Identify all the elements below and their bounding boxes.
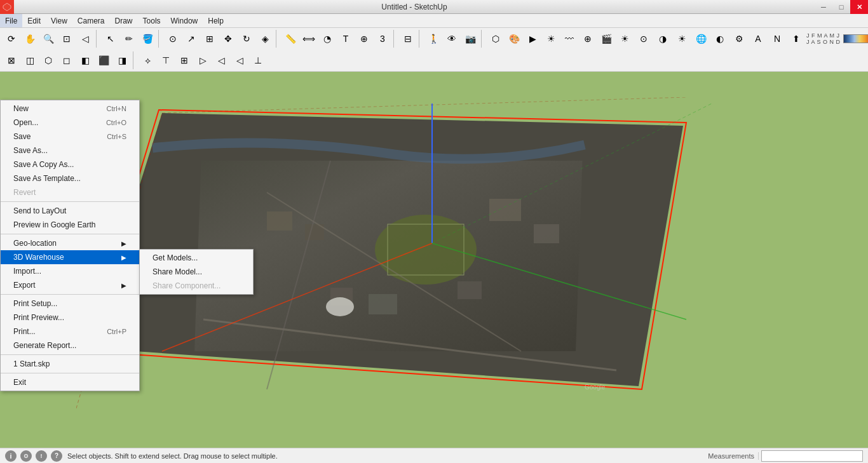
menu-new[interactable]: New Ctrl+N: [1, 102, 139, 116]
tb-sun8[interactable]: A: [749, 30, 767, 48]
tb-pan[interactable]: ✋: [21, 30, 39, 48]
alert-icon[interactable]: !: [36, 450, 47, 462]
tb-sun2[interactable]: ⊙: [635, 30, 653, 48]
menu-file[interactable]: File: [0, 14, 22, 27]
tb-bottom[interactable]: ⊥: [249, 51, 267, 69]
tb-shaded[interactable]: ◧: [76, 51, 94, 69]
menu-window[interactable]: Window: [166, 14, 203, 27]
tb-scenes[interactable]: ▶: [524, 30, 541, 48]
tb-look[interactable]: 👁: [443, 30, 461, 48]
tb-shaded-tex[interactable]: ⬛: [95, 51, 112, 69]
tb-hidden-line[interactable]: ◻: [58, 51, 76, 69]
tb-3d-text[interactable]: 3: [374, 30, 391, 48]
tb-dim[interactable]: ⟺: [300, 30, 318, 48]
tb-zoom-ext[interactable]: ⊡: [58, 30, 76, 48]
close-button[interactable]: ✕: [850, 0, 868, 14]
tb-select[interactable]: ↖: [102, 30, 119, 48]
info-icon[interactable]: i: [5, 450, 17, 462]
menu-send-layout[interactable]: Send to LayOut: [1, 204, 139, 218]
tb-protractor[interactable]: ◔: [318, 30, 336, 48]
tb-zoom[interactable]: 🔍: [39, 30, 57, 48]
menu-print-setup[interactable]: Print Setup...: [1, 297, 139, 311]
menu-save-copy-label: Save A Copy As...: [13, 160, 74, 169]
menu-camera[interactable]: Camera: [72, 14, 110, 27]
tb-position-cam[interactable]: 📷: [461, 30, 479, 48]
tb-shadow[interactable]: ☀: [542, 30, 560, 48]
menu-print-setup-label: Print Setup...: [13, 299, 57, 308]
menu-save[interactable]: Save Ctrl+S: [1, 130, 139, 144]
tb-axes[interactable]: ⊕: [355, 30, 373, 48]
tb-sun7[interactable]: ⚙: [730, 30, 748, 48]
menu-import[interactable]: Import...: [1, 264, 139, 278]
menu-geo-location[interactable]: Geo-location ▶: [1, 236, 139, 250]
tb-front[interactable]: ⊞: [175, 51, 193, 69]
menu-view[interactable]: View: [46, 14, 72, 27]
tb-sun5[interactable]: 🌐: [692, 30, 710, 48]
sun-gradient[interactable]: [843, 34, 868, 43]
tb-paint[interactable]: 🪣: [139, 30, 156, 48]
tb-top[interactable]: ⊤: [157, 51, 175, 69]
tb-tape[interactable]: 📏: [281, 30, 299, 48]
tb-prev-view[interactable]: ◁: [76, 30, 94, 48]
tb-comp[interactable]: ⬡: [487, 30, 505, 48]
menu-export-label: Export: [13, 281, 36, 290]
tb-move[interactable]: ✥: [219, 30, 237, 48]
tb-offset[interactable]: ◈: [256, 30, 274, 48]
tb-sun3[interactable]: ◑: [654, 30, 672, 48]
tb-x-ray[interactable]: ⊠: [3, 51, 20, 69]
warehouse-submenu: Get Models... Share Model... Share Compo…: [139, 249, 254, 295]
tb-section[interactable]: ⊟: [399, 30, 417, 48]
menu-open[interactable]: Open... Ctrl+O: [1, 116, 139, 130]
tb-sun9[interactable]: N: [768, 30, 786, 48]
tb-eraser[interactable]: ✏: [120, 30, 138, 48]
menu-3d-warehouse[interactable]: 3D Warehouse ▶ Get Models... Share Model…: [1, 250, 139, 264]
menu-3dw-label: 3D Warehouse: [13, 253, 64, 262]
warning-icon[interactable]: ⊙: [20, 450, 32, 462]
tb-iso[interactable]: ⟡: [139, 51, 156, 69]
tb-match[interactable]: ⊕: [579, 30, 597, 48]
tb-walk[interactable]: 🚶: [424, 30, 442, 48]
menu-tools[interactable]: Tools: [138, 14, 166, 27]
tb-sun10[interactable]: ⬆: [787, 30, 805, 48]
tb-follow-me[interactable]: ↗: [182, 30, 200, 48]
tb-styles[interactable]: 🎨: [505, 30, 523, 48]
menu-help[interactable]: Help: [203, 14, 229, 27]
tb-rotate[interactable]: ↻: [238, 30, 255, 48]
tb-wireframe[interactable]: ⬡: [39, 51, 57, 69]
main-viewport[interactable]: Google: [0, 72, 868, 448]
menu-preview-earth[interactable]: Preview in Google Earth: [1, 218, 139, 232]
tb-back[interactable]: ◁: [212, 51, 230, 69]
tb-push-pull[interactable]: ⊙: [164, 30, 182, 48]
measurements-input[interactable]: [761, 450, 863, 462]
menu-save-as[interactable]: Save As...: [1, 144, 139, 158]
tb-scale[interactable]: ⊞: [201, 30, 219, 48]
menu-save-copy[interactable]: Save A Copy As...: [1, 158, 139, 171]
menu-export[interactable]: Export ▶: [1, 278, 139, 292]
minimize-button[interactable]: ─: [815, 0, 832, 14]
menu-save-template[interactable]: Save As Template...: [1, 171, 139, 185]
tb-sun4[interactable]: ☀: [673, 30, 691, 48]
tb-sun6[interactable]: ◐: [711, 30, 729, 48]
window-controls[interactable]: ─ □ ✕: [815, 0, 868, 13]
tb-orbit[interactable]: ⟳: [3, 30, 20, 48]
menu-edit[interactable]: Edit: [22, 14, 46, 27]
maximize-button[interactable]: □: [832, 0, 850, 14]
menu-recent-1[interactable]: 1 Start.skp: [1, 357, 139, 371]
tb-left[interactable]: ◁: [231, 51, 248, 69]
menu-get-models[interactable]: Get Models...: [140, 251, 253, 265]
tb-sun1[interactable]: ☀: [616, 30, 634, 48]
tb-back-edges[interactable]: ◫: [21, 51, 39, 69]
menu-draw[interactable]: Draw: [110, 14, 138, 27]
menu-exit[interactable]: Exit: [1, 375, 139, 389]
tb-right[interactable]: ▷: [194, 51, 212, 69]
menu-print[interactable]: Print... Ctrl+P: [1, 325, 139, 339]
tb-advanced-cam[interactable]: 🎬: [597, 30, 615, 48]
help-icon[interactable]: ?: [51, 450, 62, 462]
tb-mono[interactable]: ◨: [113, 51, 131, 69]
menu-share-model[interactable]: Share Model...: [140, 265, 253, 279]
menu-generate-report[interactable]: Generate Report...: [1, 339, 139, 352]
divider-2: [1, 234, 139, 234]
tb-fog[interactable]: 〰: [560, 30, 578, 48]
tb-text[interactable]: T: [337, 30, 355, 48]
menu-print-preview[interactable]: Print Preview...: [1, 311, 139, 325]
